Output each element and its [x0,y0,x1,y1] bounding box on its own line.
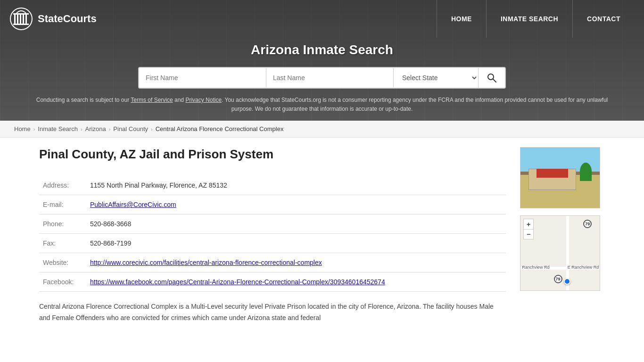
facility-info-table: Address: 1155 North Pinal Parkway, Flore… [39,176,506,292]
content-left: Pinal County, AZ Jail and Prison System … [39,147,506,324]
map-zoom-out[interactable]: − [523,229,534,239]
terms-of-service-link[interactable]: Terms of Service [131,97,173,103]
svg-rect-3 [20,14,21,24]
search-bar-area: Select State Alabama Alaska Arizona Arka… [0,67,644,96]
breadcrumb-sep-1: › [33,126,35,132]
nav-contact[interactable]: CONTACT [572,0,635,38]
svg-rect-1 [14,14,16,24]
logo-icon [9,7,33,31]
breadcrumb-sep-3: › [109,126,111,132]
state-select[interactable]: Select State Alabama Alaska Arizona Arka… [394,68,479,88]
phone-value: 520-868-3668 [86,214,506,234]
table-row: E-mail: PublicAffairs@CoreCivic.com [39,195,506,214]
website-value: http://www.corecivic.com/facilities/cent… [86,253,506,272]
breadcrumb: Home › Inmate Search › Arizona › Pinal C… [0,121,644,138]
logo-area[interactable]: StateCourts [9,7,97,31]
main-content: Pinal County, AZ Jail and Prison System … [25,138,619,333]
breadcrumb-sep-2: › [81,126,83,132]
map-route-badge-bottom: 79 [554,275,562,283]
map-container: Ranchview Rd E Ranchview Rd 79 79 + − [520,215,600,291]
top-nav: StateCourts HOME INMATE SEARCH CONTACT [0,0,644,38]
nav-inmate-search[interactable]: INMATE SEARCH [486,0,572,38]
svg-line-9 [493,79,496,82]
search-icon [487,73,496,82]
svg-rect-7 [13,24,29,25]
disclaimer-and: and [173,97,186,103]
last-name-input[interactable] [266,68,394,87]
address-label: Address: [39,176,86,195]
map-location-pin [564,278,570,285]
email-value: PublicAffairs@CoreCivic.com [86,195,506,214]
facility-photo-inner [520,148,600,208]
privacy-notice-link[interactable]: Privacy Notice [185,97,222,103]
facebook-value: https://www.facebook.com/pages/Central-A… [86,272,506,292]
header: StateCourts HOME INMATE SEARCH CONTACT A… [0,0,644,121]
facility-sign-shape [537,169,568,178]
phone-label: Phone: [39,214,86,234]
table-row: Fax: 520-868-7199 [39,234,506,253]
map-background: Ranchview Rd E Ranchview Rd 79 79 + − [520,216,600,290]
breadcrumb-home[interactable]: Home [14,125,31,132]
table-row: Facebook: https://www.facebook.com/pages… [39,272,506,292]
svg-rect-4 [23,14,24,24]
email-label: E-mail: [39,195,86,214]
search-button[interactable] [479,68,505,87]
address-value: 1155 North Pinal Parkway, Florence, AZ 8… [86,176,506,195]
facility-description: Central Arizona Florence Correctional Co… [39,301,506,324]
facility-heading: Pinal County, AZ Jail and Prison System [39,147,506,162]
website-label: Website: [39,253,86,272]
disclaimer-area: Conducting a search is subject to our Te… [0,96,644,121]
first-name-input[interactable] [139,68,266,87]
table-row: Address: 1155 North Pinal Parkway, Flore… [39,176,506,195]
map-label-ranchview: Ranchview Rd [522,265,549,270]
map-controls: + − [523,219,534,239]
content-right: Ranchview Rd E Ranchview Rd 79 79 + − [520,147,605,324]
disclaimer-text-after: . You acknowledge that StateCourts.org i… [222,97,608,112]
page-title: Arizona Inmate Search [0,42,644,58]
facility-tree-shape [580,163,592,181]
map-route-badge-top: 79 [583,220,592,228]
table-row: Phone: 520-868-3668 [39,214,506,234]
disclaimer-text-before: Conducting a search is subject to our [36,97,131,103]
breadcrumb-facility: Central Arizona Florence Correctional Co… [156,125,284,132]
header-title-area: Arizona Inmate Search [0,38,644,67]
facility-photo [520,147,600,208]
table-row: Website: http://www.corecivic.com/facili… [39,253,506,272]
facebook-label: Facebook: [39,272,86,292]
logo-text: StateCourts [38,13,97,25]
svg-rect-2 [17,14,18,24]
nav-home[interactable]: HOME [437,0,486,38]
svg-point-8 [488,74,494,80]
map-label-e-ranchview: E Ranchview Rd [568,265,599,270]
fax-value: 520-868-7199 [86,234,506,253]
nav-links: HOME INMATE SEARCH CONTACT [437,0,635,38]
breadcrumb-county[interactable]: Pinal County [113,125,148,132]
svg-rect-5 [25,14,27,24]
fax-label: Fax: [39,234,86,253]
breadcrumb-state[interactable]: Arizona [85,125,106,132]
search-form: Select State Alabama Alaska Arizona Arka… [138,67,506,89]
breadcrumb-inmate-search[interactable]: Inmate Search [38,125,78,132]
map-zoom-in[interactable]: + [523,219,534,229]
facebook-link[interactable]: https://www.facebook.com/pages/Central-A… [90,278,385,286]
breadcrumb-sep-4: › [151,126,153,132]
website-link[interactable]: http://www.corecivic.com/facilities/cent… [90,259,322,266]
email-link[interactable]: PublicAffairs@CoreCivic.com [90,201,176,208]
svg-rect-6 [13,13,29,15]
